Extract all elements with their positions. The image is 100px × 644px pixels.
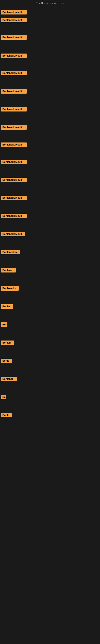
- bottleneck-badge[interactable]: Bottleneck result: [1, 89, 27, 94]
- bottleneck-badge[interactable]: Bottleneck result: [1, 160, 27, 164]
- bottleneck-badge[interactable]: Bottleneck re: [1, 250, 20, 254]
- bottleneck-badge[interactable]: Bottler: [1, 304, 13, 309]
- bottleneck-result-row: Bottlenec: [1, 377, 17, 382]
- bottleneck-result-row: Bottleneck result: [1, 125, 27, 130]
- bottleneck-result-row: Bo: [1, 395, 6, 400]
- bottleneck-badge[interactable]: Bottleneck result: [1, 10, 27, 14]
- bottleneck-badge[interactable]: Bottleneck result: [1, 196, 27, 200]
- bottleneck-badge[interactable]: Bo: [1, 322, 7, 327]
- bottleneck-result-row: Bottleneck result: [1, 89, 27, 94]
- bottleneck-badge[interactable]: Bottleneck result: [1, 125, 27, 130]
- bottleneck-result-row: Bottleneck re: [1, 250, 20, 255]
- bottleneck-result-row: Bottleneck result: [1, 35, 27, 40]
- bottleneck-result-row: Bottleneck result: [1, 160, 27, 165]
- bottleneck-badge[interactable]: Bottlen: [1, 340, 14, 345]
- bottleneck-badge[interactable]: Bottleneck result: [1, 232, 25, 236]
- bottleneck-badge[interactable]: Bottleneck result: [1, 71, 27, 75]
- bottleneck-result-row: Bottle: [1, 413, 12, 418]
- bottleneck-badge[interactable]: Bottleneck result: [1, 214, 27, 218]
- bottleneck-result-row: Bottleneck result: [1, 196, 27, 201]
- bottleneck-badge[interactable]: Bottleneck result: [1, 178, 27, 182]
- bottleneck-result-row: Bottle: [1, 359, 12, 364]
- bottleneck-badge[interactable]: Bo: [1, 395, 6, 399]
- bottleneck-result-row: Bottleneck result: [1, 107, 27, 112]
- bottleneck-result-row: Bottlen: [1, 340, 14, 346]
- bottleneck-result-row: Bottleneck result: [1, 142, 27, 148]
- bottleneck-result-row: Bottleneck result: [1, 54, 27, 59]
- bottleneck-badge[interactable]: Bottle: [1, 359, 12, 363]
- bottleneck-result-row: Bottleneck result: [1, 232, 25, 237]
- bottleneck-badge[interactable]: Bottleneck result: [1, 35, 27, 40]
- site-title: TheBottlenecker.com: [0, 0, 100, 6]
- bottleneck-result-row: Bottleneck result: [1, 18, 27, 23]
- bottleneck-result-row: Bottleneck result: [1, 178, 27, 183]
- bottleneck-badge[interactable]: Bottleneck result: [1, 54, 27, 58]
- bottleneck-result-row: Bo: [1, 322, 7, 328]
- bottleneck-result-row: Bottleneck r: [1, 286, 19, 292]
- bottleneck-result-row: Bottleneck result: [1, 71, 27, 76]
- bottleneck-badge[interactable]: Bottlenec: [1, 377, 17, 381]
- bottleneck-result-row: Bottleneck result: [1, 10, 27, 15]
- bottleneck-badge[interactable]: Bottle: [1, 413, 12, 418]
- bottleneck-result-row: Bottlene: [1, 268, 16, 273]
- bottleneck-badge[interactable]: Bottleneck result: [1, 107, 27, 112]
- bottleneck-badge[interactable]: Bottleneck r: [1, 286, 19, 290]
- bottleneck-badge[interactable]: Bottlene: [1, 268, 16, 272]
- bottleneck-badge[interactable]: Bottleneck result: [1, 18, 27, 22]
- bottleneck-result-row: Bottler: [1, 304, 13, 310]
- bottleneck-result-row: Bottleneck result: [1, 214, 27, 219]
- bottleneck-badge[interactable]: Bottleneck result: [1, 142, 27, 147]
